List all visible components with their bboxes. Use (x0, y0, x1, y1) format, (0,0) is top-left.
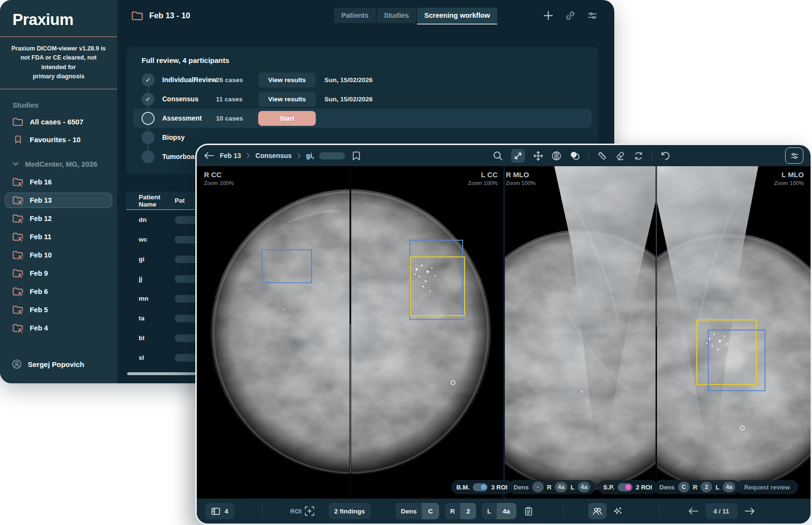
undo-icon[interactable] (660, 151, 670, 161)
step-action-button[interactable]: View results (258, 92, 316, 107)
date-folder-label: Feb 9 (30, 269, 48, 277)
step-action-button[interactable]: Start (258, 111, 316, 126)
density-segment[interactable]: Dens C (395, 503, 439, 519)
case-pager: 4 / 11 (705, 503, 738, 519)
sidebar-item-favourites[interactable]: Favourites - 10 (0, 131, 117, 148)
step-case-count: 10 cases (216, 115, 258, 122)
left-birads-segment[interactable]: L 4a (482, 503, 516, 519)
bar-divider (563, 505, 563, 517)
density-value-chip[interactable]: - (532, 482, 544, 492)
sidebar-date-folder[interactable]: Feb 13 (5, 193, 112, 208)
sidebar-date-folder[interactable]: Feb 6 (5, 284, 112, 299)
left-label: L (571, 484, 574, 491)
roi-select-icon[interactable] (305, 506, 314, 516)
horizontal-scrollbar[interactable] (127, 372, 196, 375)
folder-patient-icon (12, 195, 23, 205)
density-label: Dens (659, 484, 675, 491)
roi-count: 3 ROI (491, 484, 507, 491)
back-icon[interactable] (204, 151, 215, 160)
density-label: Dens (513, 484, 529, 491)
breadcrumb-study[interactable]: Feb 13 (220, 152, 241, 159)
sidebar-date-folder[interactable]: Feb 12 (5, 211, 112, 226)
sidebar-item-label: Favourites - 10 (30, 135, 81, 144)
participants-button[interactable] (588, 503, 607, 519)
chevron-right-icon (246, 153, 250, 159)
workflow-step-row[interactable]: Consensus 11 cases View results Sun, 15/… (133, 89, 592, 109)
tab-screening-workflow[interactable]: Screening workflow (417, 8, 497, 23)
link-icon[interactable] (566, 11, 575, 20)
workflow-step-row[interactable]: Assessment 10 cases Start (133, 109, 592, 128)
patient-name-cell: mn (126, 295, 175, 302)
filters-icon[interactable] (588, 11, 597, 20)
swap-icon[interactable] (633, 151, 644, 161)
right-birads-chip[interactable]: 2 (701, 482, 712, 492)
mammogram-images (197, 166, 811, 499)
user-name: Sergej Popovich (28, 360, 84, 368)
viewer-canvas[interactable]: R CC Zoom 100% L CC Zoom 100% R MLO Zoom… (197, 166, 811, 499)
display-settings-icon[interactable] (785, 147, 803, 164)
eraser-icon[interactable] (615, 151, 625, 161)
sidebar-date-folder[interactable]: Feb 16 (5, 174, 112, 190)
ruler-icon[interactable] (597, 151, 607, 161)
pan-icon[interactable] (533, 151, 543, 161)
sidebar-date-folder[interactable]: Feb 9 (5, 266, 112, 281)
bar-divider (659, 505, 659, 517)
header-actions (544, 11, 597, 20)
contrast-icon[interactable] (551, 151, 561, 161)
reader-toggle-bm[interactable] (473, 483, 488, 491)
sidebar-item-all-cases[interactable]: All cases - 6507 (0, 113, 117, 131)
breadcrumb-step[interactable]: Consensus (255, 152, 291, 159)
bookmark-icon (12, 135, 23, 144)
step-status-icon (142, 112, 155, 125)
tab-studies[interactable]: Studies (377, 8, 416, 23)
layout-button[interactable]: 4 (205, 503, 234, 519)
workflow-step-row[interactable]: IndividualReview 26 cases View results S… (133, 70, 592, 89)
step-name: Biopsy (162, 134, 216, 141)
sidebar-date-folder[interactable]: Feb 5 (5, 302, 112, 317)
step-status-icon (142, 73, 155, 86)
findings-button[interactable]: 2 findings (329, 503, 371, 519)
left-birads-chip[interactable]: 4a (578, 482, 590, 492)
step-date: Sun, 15/02/2026 (324, 76, 373, 84)
search-icon[interactable] (493, 151, 503, 161)
right-birads-segment[interactable]: R 2 (445, 503, 476, 519)
date-folder-label: Feb 11 (30, 233, 51, 241)
zoom-level: Zoom 100% (774, 180, 804, 186)
expand-icon[interactable] (511, 149, 525, 163)
compare-icon[interactable] (570, 151, 580, 160)
step-case-count: 11 cases (216, 96, 258, 103)
reader-initials: B.M. (456, 484, 469, 491)
toolbar-divider (588, 150, 589, 161)
sidebar-group-medcenter[interactable]: MedCenter, MG, 2026 (0, 148, 117, 173)
step-status-icon (142, 150, 155, 163)
patient-name-cell: gi (126, 256, 175, 263)
sidebar-date-folder[interactable]: Feb 10 (5, 247, 112, 263)
previous-case-icon[interactable] (688, 507, 699, 515)
ai-sparkle-icon[interactable] (612, 506, 622, 516)
report-icon[interactable] (524, 507, 533, 516)
sidebar-date-folder[interactable]: Feb 4 (5, 320, 112, 336)
date-folder-label: Feb 10 (30, 251, 52, 259)
user-account[interactable]: Sergej Popovich (0, 353, 117, 383)
request-review-button[interactable]: Request review (736, 480, 798, 494)
bookmark-icon[interactable] (352, 151, 360, 160)
disclaimer-text: Praxium DICOM-viewer v1.28.9 is not FDA … (0, 37, 117, 89)
tab-patients[interactable]: Patients (334, 8, 375, 23)
folder-patient-icon (12, 177, 23, 187)
viewport-label-rmlo: R MLO Zoom 100% (506, 171, 536, 186)
folder-patient-icon (12, 214, 23, 223)
density-value-chip[interactable]: C (678, 482, 690, 492)
next-case-icon[interactable] (744, 507, 755, 515)
date-folder-label: Feb 16 (30, 178, 52, 186)
step-status-icon (142, 131, 155, 144)
avatar-icon (12, 359, 22, 369)
plus-icon[interactable] (544, 11, 553, 20)
reader-sp-birads: Dens C R 2 L 4a (654, 480, 740, 494)
sidebar-date-folder[interactable]: Feb 11 (5, 229, 112, 244)
reader-toggle-sp[interactable] (618, 483, 633, 491)
left-birads-chip[interactable]: 4a (723, 482, 735, 492)
layout-count: 4 (225, 508, 228, 515)
breadcrumb-case-prefix: gi, (306, 152, 314, 159)
right-birads-chip[interactable]: 4a (555, 482, 567, 492)
step-action-button[interactable]: View results (258, 73, 316, 87)
